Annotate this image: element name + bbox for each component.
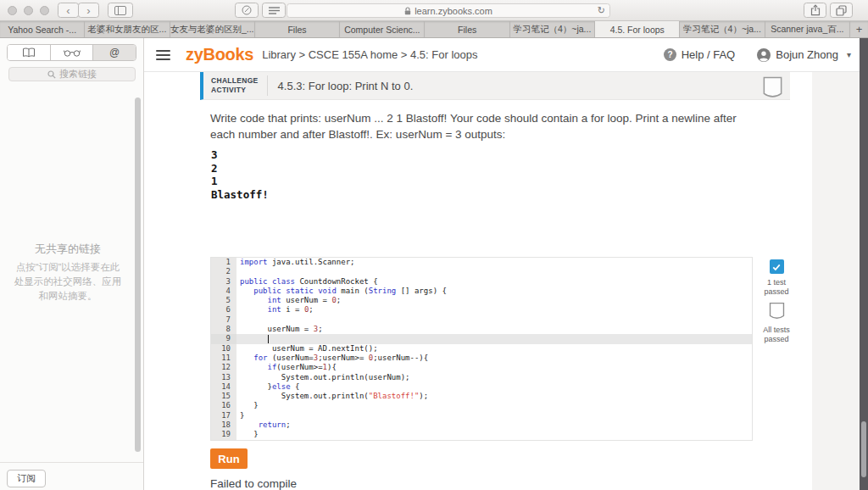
browser-tab[interactable]: 学习笔记（4）~ja... [680,21,765,37]
close-button[interactable] [8,6,17,15]
browser-tab[interactable]: Scanner java_百... [765,21,850,37]
sidebar-toggle-button[interactable] [108,3,133,18]
code-line[interactable]: 13 System.out.println(userNum); [211,373,752,382]
line-number: 2 [211,267,236,276]
help-icon: ? [664,48,676,61]
sidebar-scrollbar[interactable] [135,97,141,452]
code-text [236,334,269,343]
code-text: int userNum = 0; [236,296,341,305]
line-number: 3 [211,277,236,287]
shared-links-empty-body: 点按“订阅”以选择要在此处显示的社交网络、应用和网站摘要。 [0,260,136,303]
test-passed-checkbox[interactable] [770,259,784,274]
line-number: 7 [211,315,236,325]
code-text: System.out.println(userNum); [236,373,409,382]
reader-button[interactable] [262,3,286,18]
first-test-label: 1 test passed [760,278,793,296]
tab-overview-icon [836,5,847,16]
page-scrollbar-thumb[interactable] [861,421,866,477]
minimize-button[interactable] [24,6,33,15]
safari-sidebar: @ 搜索链接 无共享的链接 点按“订阅”以选择要在此处显示的社交网络、应用和网站… [0,38,144,490]
line-number: 5 [211,296,236,305]
browser-tab[interactable]: 学习笔记（4）~ja... [510,21,595,37]
shared-links-tab[interactable]: @ [93,45,136,60]
code-line[interactable]: 17} [211,411,752,420]
breadcrumb[interactable]: Library > CSCE 155A home > 4.5: For loop… [262,48,477,61]
code-line[interactable]: 19 } [211,430,752,439]
reload-icon[interactable]: ↻ [598,5,605,16]
forward-icon: › [86,5,90,16]
code-line[interactable]: 5 int userNum = 0; [211,296,752,305]
url-text: learn.zybooks.com [415,6,492,16]
new-tab-button[interactable]: + [850,21,868,37]
challenge-activity-label: CHALLENGE ACTIVITY [203,72,267,99]
code-line[interactable]: 2 [211,267,752,276]
reader-lines-icon [269,7,280,14]
code-line[interactable]: 7 [211,315,752,325]
browser-tab[interactable]: Computer Scienc... [340,21,425,37]
run-button[interactable]: Run [210,448,248,469]
code-line[interactable]: 14 }else { [211,382,752,392]
help-faq-link[interactable]: ? Help / FAQ [664,48,736,61]
tab-overview-button[interactable] [830,3,853,18]
svg-text:?: ? [667,50,672,59]
line-number: 11 [211,354,236,363]
zoom-button[interactable] [40,6,49,15]
code-text: } [236,430,259,439]
code-line[interactable]: 10 userNum = AD.nextInt(); [211,344,752,354]
code-line[interactable]: 8 userNum = 3; [211,325,752,334]
challenge-activity-header: CHALLENGE ACTIVITY 4.5.3: For loop: Prin… [200,72,790,100]
lesson-body: CHALLENGE ACTIVITY 4.5.3: For loop: Prin… [144,72,868,490]
code-text: public static void main (String [] args)… [236,287,447,296]
code-line[interactable]: 1import java.util.Scanner; [211,258,752,267]
code-line[interactable]: 11 for (userNum=3;userNum>= 0;userNum--)… [211,354,752,363]
address-bar[interactable]: learn.zybooks.com ↻ [287,3,610,18]
reading-list-tab[interactable] [51,45,94,60]
chevron-down-icon: ▾ [847,50,851,59]
challenge-title: 4.5.3: For loop: Print N to 0. [268,72,414,99]
glasses-icon [64,49,81,57]
line-number: 1 [211,258,236,267]
browser-tab[interactable]: 老婆和女朋友的区... [85,21,170,37]
code-text: System.out.println("Blastoff!"); [236,392,428,401]
browser-tab-bar: Yahoo Search -...老婆和女朋友的区...女友与老婆的区别_...… [0,21,868,38]
forward-button[interactable]: › [78,3,99,18]
all-tests-flag-icon[interactable] [769,302,785,321]
code-line[interactable]: 18 return; [211,420,752,430]
code-line[interactable]: 12 if(userNum>=1){ [211,363,752,372]
zybooks-header: zyBooks Library > CSCE 155A home > 4.5: … [144,38,868,72]
user-menu[interactable]: Bojun Zhong ▾ [757,48,851,62]
code-line[interactable]: 3public class CountdownRocket { [211,277,752,287]
code-line[interactable]: 15 System.out.println("Blastoff!"); [211,392,752,401]
help-faq-label: Help / FAQ [682,48,736,61]
code-line[interactable]: 4 public static void main (String [] arg… [211,287,752,296]
zybooks-logo[interactable]: zyBooks [186,45,253,64]
share-button[interactable] [804,3,826,18]
code-line[interactable]: 9 [211,334,752,343]
line-number: 6 [211,305,236,315]
browser-tab[interactable]: Files [255,21,340,37]
icloud-tabs-button[interactable] [235,3,259,18]
menu-icon[interactable] [156,50,170,60]
code-editor[interactable]: 1import java.util.Scanner;23public class… [210,257,753,441]
sidebar-search-input[interactable]: 搜索链接 [8,67,136,81]
search-circle-icon [242,5,252,15]
subscribe-button[interactable]: 订阅 [7,470,46,487]
code-text: return; [236,420,291,430]
code-text: } [236,401,259,410]
back-button[interactable]: ‹ [58,3,79,18]
test-status-column: 1 test passed All tests passed [758,259,795,343]
code-line[interactable]: 16 } [211,401,752,410]
share-icon [810,4,821,16]
code-line[interactable]: 6 int i = 0; [211,305,752,315]
browser-tab[interactable]: Yahoo Search -... [0,21,85,37]
page-scrollbar[interactable] [860,38,868,490]
browser-tab[interactable]: 女友与老婆的区别_... [170,21,255,37]
bookmarks-tab[interactable] [8,45,51,60]
line-number: 17 [211,411,236,420]
line-number: 19 [211,430,236,439]
line-number: 4 [211,287,236,296]
activity-flag-icon [762,76,783,100]
browser-tab[interactable]: Files [425,21,509,37]
browser-tab[interactable]: 4.5. For loops [595,21,680,37]
code-text: int i = 0; [236,305,314,315]
